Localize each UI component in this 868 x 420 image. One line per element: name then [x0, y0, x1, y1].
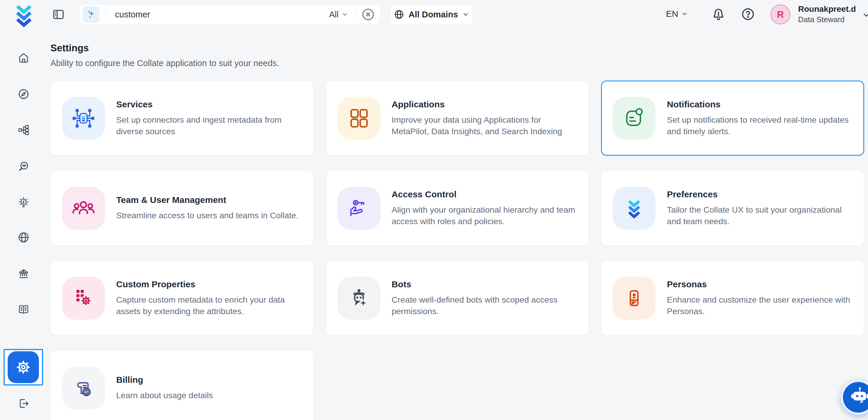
sidebar-item-settings[interactable] [4, 349, 43, 386]
settings-active-button[interactable] [8, 351, 39, 383]
services-hub-icon [62, 97, 105, 140]
card-title: Team & User Management [116, 195, 299, 205]
settings-card-applications[interactable]: Applications Improve your data using App… [326, 81, 589, 156]
notifications-button[interactable] [711, 7, 725, 21]
globe-icon [394, 9, 404, 20]
search-eye-icon [18, 160, 30, 173]
left-sidebar [0, 0, 47, 420]
chatbot-icon [845, 385, 868, 410]
card-description: Tailor the Collate UX to suit your organ… [667, 204, 855, 227]
user-role: Data Steward [798, 14, 856, 25]
domain-selector[interactable]: All Domains [390, 4, 473, 25]
sidebar-item-home[interactable] [17, 51, 31, 65]
user-avatar[interactable]: R [770, 4, 790, 25]
settings-card-access-control[interactable]: Access Control Align with your organizat… [326, 171, 589, 246]
robot-icon [337, 277, 380, 320]
ai-search-button[interactable] [83, 6, 99, 23]
panel-toggle-icon [52, 8, 65, 21]
receipt-dollar-icon: $ [62, 367, 105, 410]
bank-icon [18, 268, 30, 280]
app-grid-icon [337, 97, 380, 140]
page-subtitle: Ability to configure the Collate applica… [51, 58, 864, 68]
question-circle-icon [741, 7, 755, 21]
card-description: Create well-defined bots with scoped acc… [392, 294, 580, 317]
settings-page: Settings Ability to configure the Collat… [51, 29, 864, 420]
search-divider [355, 8, 355, 20]
sidebar-item-logout[interactable] [17, 396, 31, 411]
sidebar-item-domains[interactable] [17, 230, 31, 244]
sidebar-item-data-assets[interactable] [17, 123, 31, 137]
settings-card-notifications[interactable]: Notifications Set up notifications to re… [601, 81, 864, 156]
chevron-down-icon [681, 11, 688, 17]
user-menu-chevron[interactable] [862, 11, 868, 20]
sparkles-icon [86, 9, 96, 20]
chevron-down-icon [862, 11, 868, 20]
search-scope-label: All [329, 10, 339, 20]
sidebar-item-glossary[interactable] [17, 303, 31, 317]
bell-icon [711, 7, 725, 21]
sidebar-item-observability[interactable] [17, 159, 31, 173]
globe-icon [18, 231, 30, 244]
hierarchy-icon [18, 124, 30, 136]
compass-icon [18, 88, 30, 100]
card-description: Set up connectors and ingest metadata fr… [116, 114, 304, 137]
card-title: Custom Properties [116, 279, 304, 289]
clear-search-button[interactable] [361, 8, 375, 21]
open-book-icon [18, 303, 30, 316]
svg-text:$: $ [85, 389, 88, 394]
domain-selector-label: All Domains [408, 10, 458, 20]
card-description: Streamline access to users and teams in … [116, 210, 299, 221]
settings-card-bots[interactable]: Bots Create well-defined bots with scope… [326, 261, 589, 336]
card-description: Align with your organizational hierarchy… [392, 204, 580, 227]
hand-key-icon [337, 187, 380, 230]
avatar-initial: R [777, 9, 784, 20]
card-title: Bots [392, 279, 580, 289]
logout-icon [18, 397, 30, 410]
card-title: Preferences [667, 189, 855, 200]
global-search-bar[interactable]: All [79, 4, 380, 25]
lightbulb-icon [18, 197, 30, 209]
user-menu[interactable]: Rounakpreet.d Data Steward [798, 4, 856, 25]
settings-card-custom-properties[interactable]: Custom Properties Capture custom metadat… [51, 261, 313, 336]
sidebar-toggle-button[interactable] [52, 8, 65, 21]
language-label: EN [666, 9, 678, 19]
settings-card-services[interactable]: Services Set up connectors and ingest me… [51, 81, 313, 156]
chevron-down-icon [342, 11, 348, 18]
sidebar-item-govern[interactable] [17, 267, 31, 281]
language-selector[interactable]: EN [666, 9, 688, 19]
gear-icon [15, 359, 32, 376]
settings-card-personas[interactable]: Personas Enhance and customize the user … [601, 261, 864, 336]
card-description: Enhance and customize the user experienc… [667, 294, 855, 317]
home-icon [18, 52, 30, 64]
chevron-down-icon [462, 11, 469, 18]
collate-logo[interactable] [13, 3, 35, 28]
settings-card-preferences[interactable]: Preferences Tailor the Collate UX to sui… [601, 171, 864, 246]
card-description: Learn about usage details [116, 390, 213, 401]
search-scope-dropdown[interactable]: All [327, 10, 355, 20]
id-card-icon [613, 277, 656, 320]
settings-card-team-user-management[interactable]: Team & User Management Streamline access… [51, 171, 313, 246]
card-title: Notifications [667, 99, 855, 110]
card-description: Set up notifications to received real-ti… [667, 114, 855, 137]
sidebar-item-insights[interactable] [17, 196, 31, 210]
top-bar: All All Domains EN [47, 0, 868, 29]
user-name: Rounakpreet.d [798, 4, 856, 14]
sidebar-item-explore[interactable] [17, 87, 31, 101]
card-title: Access Control [392, 189, 580, 200]
card-title: Applications [392, 99, 580, 110]
notification-note-icon [613, 97, 656, 140]
x-circle-icon [361, 8, 375, 21]
page-title: Settings [51, 42, 864, 54]
card-description: Improve your data using Applications for… [392, 114, 580, 137]
search-input[interactable] [106, 10, 327, 20]
team-users-icon [62, 187, 105, 230]
card-title: Personas [667, 279, 855, 289]
settings-card-grid: Services Set up connectors and ingest me… [51, 81, 864, 420]
grid-gear-icon [62, 277, 105, 320]
card-description: Capture custom metadata to enrich your d… [116, 294, 304, 317]
settings-card-billing[interactable]: $ Billing Learn about usage details [51, 351, 313, 420]
card-title: Billing [116, 375, 213, 385]
help-button[interactable] [741, 7, 755, 21]
card-title: Services [116, 99, 304, 110]
collate-logo-icon [613, 187, 656, 230]
